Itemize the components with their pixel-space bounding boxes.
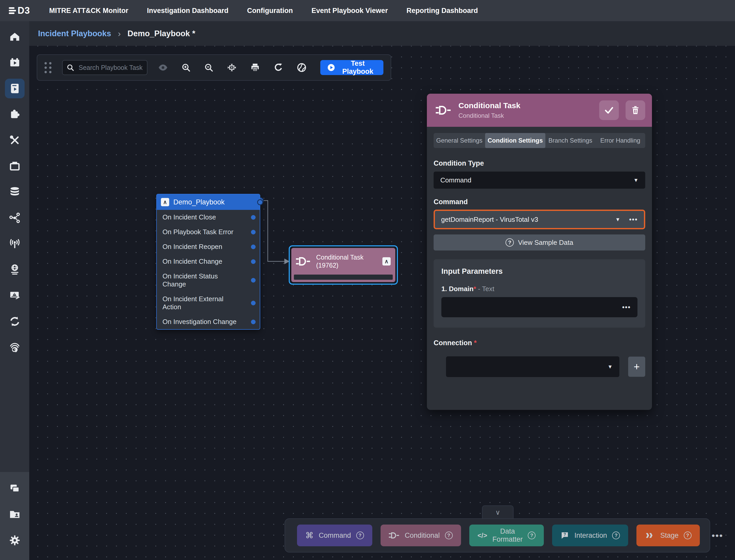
test-playbook-button[interactable]: Test Playbook <box>320 60 383 75</box>
sidebar-item-web-reports[interactable] <box>5 260 25 279</box>
toolbar-collapse-tab[interactable]: ∨ <box>482 505 513 519</box>
playbook-node-title: Demo_Playbook <box>173 198 225 206</box>
chevron-down-icon: ▼ <box>607 364 613 370</box>
sidebar-item-fingerprint[interactable] <box>5 337 25 357</box>
sidebar-item-windows[interactable] <box>5 479 25 498</box>
add-data-formatter-task-button[interactable]: </> Data Formatter ? <box>469 525 544 546</box>
tab-general-settings[interactable]: General Settings <box>433 133 485 148</box>
trigger-port[interactable] <box>251 278 256 283</box>
stage-chevrons-icon <box>645 532 655 539</box>
fit-view-button[interactable] <box>227 62 237 73</box>
sidebar-item-cases[interactable] <box>5 156 25 176</box>
globe-button[interactable] <box>297 62 307 73</box>
view-sample-data-button[interactable]: ? View Sample Data <box>433 234 645 250</box>
top-nav: D3 MITRE ATT&CK Monitor Investigation Da… <box>0 0 735 21</box>
interaction-bubble-icon: ? <box>560 531 569 540</box>
breadcrumb-separator: › <box>118 28 121 39</box>
playbook-node-header[interactable]: ∧ Demo_Playbook <box>157 194 260 210</box>
nav-item-reporting-dashboard[interactable]: Reporting Dashboard <box>406 7 478 15</box>
confirm-button[interactable] <box>599 100 619 120</box>
sidebar-item-broadcast[interactable] <box>5 234 25 254</box>
sidebar <box>0 21 29 560</box>
incident-playbooks-icon <box>9 83 21 94</box>
zoom-in-button[interactable] <box>181 63 191 72</box>
trigger-port[interactable] <box>251 320 256 324</box>
drag-handle-icon[interactable] <box>45 62 52 73</box>
breadcrumb-link-incident-playbooks[interactable]: Incident Playbooks <box>38 29 111 38</box>
param-domain-input[interactable]: ••• <box>441 297 637 317</box>
code-icon: </> <box>477 532 487 540</box>
trigger-port[interactable] <box>251 230 256 234</box>
add-interaction-task-button[interactable]: ? Interaction ? <box>552 525 628 546</box>
gear-icon <box>9 534 21 546</box>
sidebar-item-sync[interactable] <box>5 312 25 331</box>
check-icon <box>604 105 614 116</box>
trigger-port[interactable] <box>251 215 256 220</box>
task-settings-panel: Conditional Task Conditional Task <box>427 94 652 410</box>
trigger-row-on-incident-close[interactable]: On Incident Close <box>157 210 260 225</box>
tab-condition-settings[interactable]: Condition Settings <box>485 133 545 148</box>
print-button[interactable] <box>250 62 260 73</box>
output-port[interactable] <box>257 199 263 205</box>
play-circle-icon <box>327 62 335 73</box>
refresh-button[interactable] <box>273 62 284 73</box>
sidebar-item-settings[interactable] <box>5 530 25 550</box>
collapse-node-button[interactable]: ∧ <box>382 257 390 266</box>
sidebar-item-event-playbook[interactable] <box>5 53 25 72</box>
condition-type-select[interactable]: Command ▼ <box>433 172 645 189</box>
add-connection-button[interactable]: + <box>628 357 645 377</box>
palette-more-button[interactable]: ••• <box>712 530 723 541</box>
sidebar-item-data-management[interactable] <box>5 182 25 202</box>
param-more-button[interactable]: ••• <box>622 303 631 311</box>
trigger-row-on-investigation-change[interactable]: On Investigation Change <box>157 314 260 329</box>
trigger-row-on-playbook-task-error[interactable]: On Playbook Task Error <box>157 225 260 239</box>
nav-item-configuration[interactable]: Configuration <box>247 7 293 15</box>
tab-branch-settings[interactable]: Branch Settings <box>545 133 595 148</box>
network-icon <box>9 212 21 224</box>
sidebar-item-connections[interactable] <box>5 208 25 228</box>
add-command-task-button[interactable]: ⌘ Command ? <box>297 525 372 546</box>
d3-logo[interactable]: D3 <box>9 5 30 16</box>
add-stage-button[interactable]: Stage ? <box>636 525 700 546</box>
trigger-row-on-incident-external-action[interactable]: On Incident External Action <box>157 292 260 314</box>
task-palette: ⌘ Command ? Conditional ? <box>285 518 710 552</box>
sidebar-item-incident-playbooks[interactable] <box>5 79 25 98</box>
toggle-visibility-button[interactable] <box>158 62 168 73</box>
nav-item-investigation-dashboard[interactable]: Investigation Dashboard <box>147 7 229 15</box>
param-domain-label: 1. Domain* - Text <box>441 285 637 293</box>
trigger-port[interactable] <box>251 301 256 305</box>
nav-item-event-playbook-viewer[interactable]: Event Playbook Viewer <box>312 7 388 15</box>
collapse-node-button[interactable]: ∧ <box>161 198 169 206</box>
delete-task-button[interactable] <box>626 100 645 120</box>
tab-error-handling[interactable]: Error Handling <box>595 133 645 148</box>
connection-select[interactable]: ▼ <box>446 356 619 377</box>
refresh-icon <box>273 62 284 73</box>
conditional-gate-icon <box>389 531 400 540</box>
sidebar-item-utilities[interactable] <box>5 130 25 150</box>
playbook-trigger-node[interactable]: ∧ Demo_Playbook On Incident Close On Pla… <box>156 194 260 330</box>
conditional-task-node[interactable]: Conditional Task (19762) ∧ <box>289 245 398 285</box>
nav-item-mitre-attck-monitor[interactable]: MITRE ATT&CK Monitor <box>49 7 128 15</box>
trigger-port[interactable] <box>251 259 256 264</box>
trigger-row-on-incident-change[interactable]: On Incident Change <box>157 254 260 269</box>
chevron-down-icon: ∨ <box>495 509 500 517</box>
help-icon: ? <box>528 532 535 539</box>
playbook-canvas[interactable]: Test Playbook ∧ Demo_Playbook On Inciden… <box>29 46 735 560</box>
trigger-row-on-incident-reopen[interactable]: On Incident Reopen <box>157 239 260 254</box>
panel-header: Conditional Task Conditional Task <box>427 94 652 127</box>
sidebar-item-incident-reports[interactable] <box>5 286 25 305</box>
zoom-out-button[interactable] <box>204 63 214 72</box>
fingerprint-icon <box>9 341 21 353</box>
sidebar-item-integrations[interactable] <box>5 105 25 124</box>
sidebar-item-contacts[interactable] <box>5 505 25 524</box>
trigger-row-on-incident-status-change[interactable]: On Incident Status Change <box>157 269 260 292</box>
trigger-port[interactable] <box>251 245 256 249</box>
contacts-folder-icon <box>9 509 21 520</box>
command-more-button[interactable]: ••• <box>629 216 638 224</box>
command-select[interactable]: getDomainReport - VirusTotal v3 ▼ ••• <box>433 210 645 229</box>
conditional-node-footer <box>294 275 393 280</box>
sidebar-item-home[interactable] <box>5 27 25 47</box>
add-conditional-task-button[interactable]: Conditional ? <box>380 525 461 546</box>
panel-body: General Settings Condition Settings Bran… <box>427 127 652 383</box>
search-input[interactable] <box>62 60 148 75</box>
